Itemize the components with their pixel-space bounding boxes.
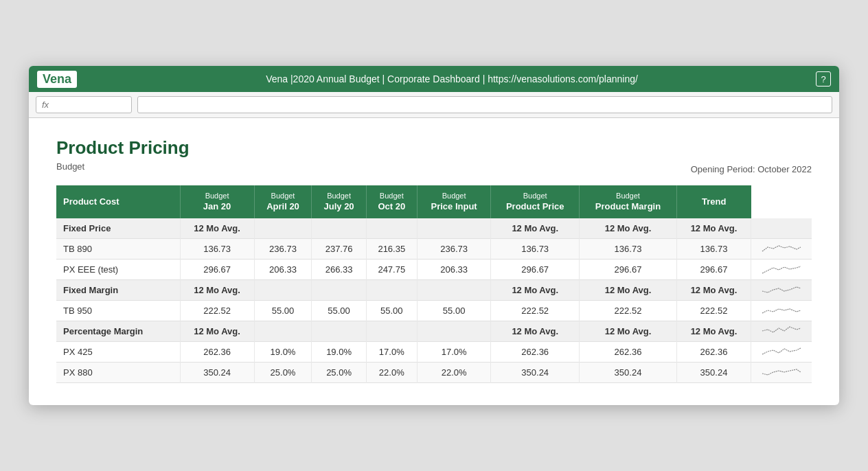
row-data-cell: 12 Mo Avg. — [676, 279, 751, 300]
row-data-cell: 350.24 — [676, 362, 751, 382]
row-data-cell: 55.00 — [417, 300, 491, 321]
table-row: TB 890136.73236.73237.76216.35236.73136.… — [56, 238, 812, 259]
page-title-section: Product Pricing Budget — [56, 137, 190, 174]
row-data-cell: 222.52 — [180, 300, 254, 321]
col-budget-product-price: Budget Product Price — [491, 185, 580, 218]
row-data-cell: 12 Mo Avg. — [491, 321, 580, 341]
row-data-cell — [312, 218, 366, 239]
row-data-cell: 350.24 — [180, 362, 254, 382]
row-data-cell: 350.24 — [491, 362, 580, 382]
trend-cell — [751, 321, 812, 341]
row-data-cell: 206.33 — [254, 259, 312, 279]
row-name-cell: PX 880 — [56, 362, 180, 382]
row-data-cell: 17.0% — [417, 341, 491, 362]
row-data-cell: 12 Mo Avg. — [676, 321, 751, 341]
table-row: Fixed Price12 Mo Avg.12 Mo Avg.12 Mo Avg… — [56, 218, 812, 239]
row-data-cell: 12 Mo Avg. — [180, 321, 254, 341]
formula-bar — [29, 92, 839, 118]
row-data-cell: 266.33 — [312, 259, 366, 279]
row-data-cell: 136.73 — [676, 238, 751, 259]
main-content: Product Pricing Budget Opening Period: O… — [29, 118, 839, 404]
row-data-cell: 12 Mo Avg. — [491, 279, 580, 300]
row-data-cell: 55.00 — [366, 300, 417, 321]
trend-cell — [751, 259, 812, 279]
row-data-cell — [417, 321, 491, 341]
titlebar-title: Vena |2020 Annual Budget | Corporate Das… — [88, 73, 816, 84]
row-data-cell: 216.35 — [366, 238, 417, 259]
row-data-cell: 222.52 — [491, 300, 580, 321]
row-data-cell: 222.52 — [676, 300, 751, 321]
col-budget-product-margin: Budget Product Margin — [580, 185, 677, 218]
row-data-cell: 22.0% — [366, 362, 417, 382]
row-data-cell: 262.36 — [491, 341, 580, 362]
col-budget-jul20: Budget July 20 — [312, 185, 366, 218]
app-window: Vena Vena |2020 Annual Budget | Corporat… — [29, 66, 839, 404]
row-data-cell: 25.0% — [254, 362, 312, 382]
row-data-cell: 262.36 — [676, 341, 751, 362]
col-trend: Trend — [676, 185, 751, 218]
table-row: Percentage Margin12 Mo Avg.12 Mo Avg.12 … — [56, 321, 812, 341]
row-data-cell — [366, 279, 417, 300]
table-row: PX 880350.2425.0%25.0%22.0%22.0%350.2435… — [56, 362, 812, 382]
row-name-cell: TB 950 — [56, 300, 180, 321]
row-name-cell: PX EEE (test) — [56, 259, 180, 279]
trend-cell — [751, 279, 812, 300]
row-data-cell: 22.0% — [417, 362, 491, 382]
row-data-cell: 296.67 — [676, 259, 751, 279]
row-data-cell — [254, 279, 312, 300]
row-data-cell — [417, 279, 491, 300]
trend-cell — [751, 341, 812, 362]
row-name-cell: Fixed Price — [56, 218, 180, 239]
row-data-cell — [312, 279, 366, 300]
row-data-cell: 12 Mo Avg. — [676, 218, 751, 239]
row-data-cell: 247.75 — [366, 259, 417, 279]
row-data-cell: 12 Mo Avg. — [180, 218, 254, 239]
col-budget-price-input: Budget Price Input — [417, 185, 491, 218]
row-data-cell: 12 Mo Avg. — [491, 218, 580, 239]
row-data-cell — [254, 218, 312, 239]
row-data-cell: 55.00 — [254, 300, 312, 321]
row-data-cell: 350.24 — [580, 362, 677, 382]
trend-cell — [751, 362, 812, 382]
row-data-cell: 136.73 — [580, 238, 677, 259]
table-row: TB 950222.5255.0055.0055.0055.00222.5222… — [56, 300, 812, 321]
row-name-cell: Percentage Margin — [56, 321, 180, 341]
row-data-cell: 17.0% — [366, 341, 417, 362]
row-data-cell — [312, 321, 366, 341]
row-data-cell: 236.73 — [417, 238, 491, 259]
row-data-cell — [366, 321, 417, 341]
row-data-cell: 296.67 — [580, 259, 677, 279]
row-data-cell: 296.67 — [180, 259, 254, 279]
col-budget-jan20: Budget Jan 20 — [180, 185, 254, 218]
table-row: Fixed Margin12 Mo Avg.12 Mo Avg.12 Mo Av… — [56, 279, 812, 300]
row-data-cell: 12 Mo Avg. — [580, 218, 677, 239]
row-data-cell: 262.36 — [580, 341, 677, 362]
page-subtitle: Budget — [56, 161, 190, 172]
row-data-cell: 25.0% — [312, 362, 366, 382]
row-data-cell: 222.52 — [580, 300, 677, 321]
formula-value-input[interactable] — [137, 96, 832, 113]
page-title: Product Pricing — [56, 137, 190, 159]
col-product-cost: Product Cost — [56, 185, 180, 218]
row-data-cell: 12 Mo Avg. — [580, 279, 677, 300]
row-data-cell — [254, 321, 312, 341]
help-button[interactable]: ? — [816, 71, 831, 87]
col-budget-oct20: Budget Oct 20 — [366, 185, 417, 218]
row-data-cell: 19.0% — [312, 341, 366, 362]
row-data-cell — [366, 218, 417, 239]
titlebar: Vena Vena |2020 Annual Budget | Corporat… — [29, 66, 839, 92]
row-data-cell: 19.0% — [254, 341, 312, 362]
app-logo: Vena — [37, 71, 77, 88]
row-data-cell: 237.76 — [312, 238, 366, 259]
page-header: Product Pricing Budget Opening Period: O… — [56, 137, 812, 174]
row-data-cell: 55.00 — [312, 300, 366, 321]
row-data-cell: 206.33 — [417, 259, 491, 279]
col-budget-apr20: Budget April 20 — [254, 185, 312, 218]
row-name-cell: TB 890 — [56, 238, 180, 259]
formula-fx-input[interactable] — [36, 96, 132, 113]
row-name-cell: PX 425 — [56, 341, 180, 362]
row-data-cell: 262.36 — [180, 341, 254, 362]
pricing-table: Product Cost Budget Jan 20 Budget April … — [56, 185, 812, 382]
row-data-cell: 12 Mo Avg. — [580, 321, 677, 341]
trend-cell — [751, 300, 812, 321]
